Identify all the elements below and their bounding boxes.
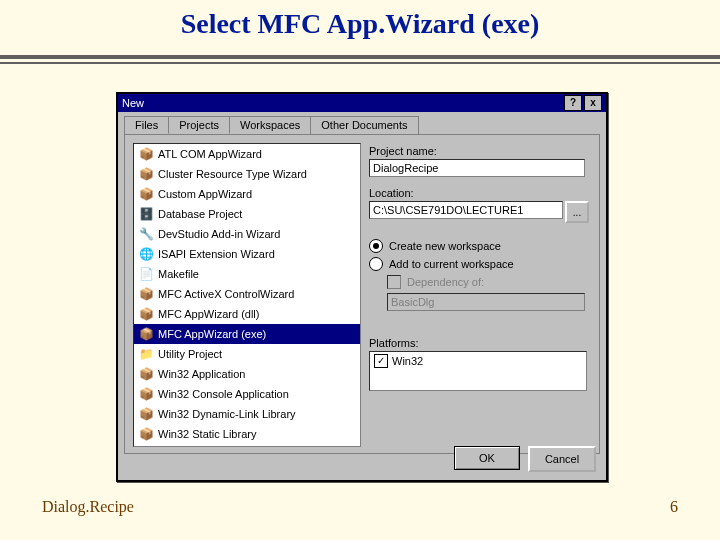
project-type-item[interactable]: 🗄️Database Project: [134, 204, 360, 224]
checkbox-checked-icon: ✓: [374, 354, 388, 368]
project-type-icon: 🌐: [138, 246, 154, 262]
project-type-item[interactable]: 🔧DevStudio Add-in Wizard: [134, 224, 360, 244]
project-type-icon: 📁: [138, 346, 154, 362]
platforms-label: Platforms:: [369, 337, 591, 349]
close-button[interactable]: x: [584, 95, 602, 111]
project-type-icon: 📦: [138, 286, 154, 302]
tab-panel: 📦ATL COM AppWizard📦Cluster Resource Type…: [124, 134, 600, 454]
radio-add-to-label: Add to current workspace: [389, 258, 514, 270]
cancel-button[interactable]: Cancel: [528, 446, 596, 472]
divider-thick: [0, 55, 720, 59]
radio-dot-icon: [369, 239, 383, 253]
project-type-label: MFC AppWizard (exe): [158, 328, 266, 340]
new-dialog: New ? x Files Projects Workspaces Other …: [116, 92, 608, 482]
project-type-label: Win32 Console Application: [158, 388, 289, 400]
project-type-label: ISAPI Extension Wizard: [158, 248, 275, 260]
project-type-item[interactable]: 📦MFC AppWizard (dll): [134, 304, 360, 324]
dialog-title-text: New: [122, 97, 144, 109]
project-type-icon: 📦: [138, 366, 154, 382]
project-type-item[interactable]: 📦Custom AppWizard: [134, 184, 360, 204]
project-type-icon: 📦: [138, 146, 154, 162]
slide-title: Select MFC App.Wizard (exe): [0, 0, 720, 40]
project-type-list[interactable]: 📦ATL COM AppWizard📦Cluster Resource Type…: [133, 143, 361, 447]
tab-files[interactable]: Files: [124, 116, 169, 134]
project-name-label: Project name:: [369, 145, 591, 157]
checkbox-dependency: Dependency of:: [387, 273, 591, 291]
page-number: 6: [670, 498, 678, 516]
radio-create-new-workspace[interactable]: Create new workspace: [369, 237, 591, 255]
radio-create-new-label: Create new workspace: [389, 240, 501, 252]
project-type-item[interactable]: 🌐ISAPI Extension Wizard: [134, 244, 360, 264]
radio-add-to-workspace[interactable]: Add to current workspace: [369, 255, 591, 273]
platform-label: Win32: [392, 355, 423, 367]
platform-item[interactable]: ✓ Win32: [370, 352, 586, 370]
project-type-icon: 📦: [138, 186, 154, 202]
project-type-label: Custom AppWizard: [158, 188, 252, 200]
platforms-list[interactable]: ✓ Win32: [369, 351, 587, 391]
project-type-icon: 📦: [138, 306, 154, 322]
divider-thin: [0, 62, 720, 64]
ok-button[interactable]: OK: [454, 446, 520, 470]
tab-workspaces[interactable]: Workspaces: [229, 116, 311, 134]
project-type-icon: 📦: [138, 166, 154, 182]
project-type-item[interactable]: 📁Utility Project: [134, 344, 360, 364]
project-type-icon: 🔧: [138, 226, 154, 242]
project-type-icon: 📄: [138, 266, 154, 282]
project-type-icon: 📦: [138, 326, 154, 342]
project-type-label: Win32 Application: [158, 368, 245, 380]
browse-button[interactable]: ...: [565, 201, 589, 223]
project-type-item[interactable]: 📦Win32 Application: [134, 364, 360, 384]
dialog-titlebar: New ? x: [118, 94, 606, 112]
project-type-item[interactable]: 📄Makefile: [134, 264, 360, 284]
checkbox-box-icon: [387, 275, 401, 289]
project-type-item[interactable]: 📦ATL COM AppWizard: [134, 144, 360, 164]
help-button[interactable]: ?: [564, 95, 582, 111]
project-name-input[interactable]: [369, 159, 585, 177]
tab-bar: Files Projects Workspaces Other Document…: [124, 116, 600, 134]
project-type-label: Makefile: [158, 268, 199, 280]
project-type-label: Win32 Static Library: [158, 428, 256, 440]
dependency-select: [387, 293, 585, 311]
location-input[interactable]: [369, 201, 563, 219]
dependency-label: Dependency of:: [407, 276, 484, 288]
project-type-label: Win32 Dynamic-Link Library: [158, 408, 296, 420]
project-type-item[interactable]: 📦Win32 Static Library: [134, 424, 360, 444]
project-type-label: ATL COM AppWizard: [158, 148, 262, 160]
project-type-icon: 📦: [138, 426, 154, 442]
slide-footnote: Dialog.Recipe: [42, 498, 134, 516]
project-type-label: MFC AppWizard (dll): [158, 308, 259, 320]
project-type-item[interactable]: 📦Win32 Dynamic-Link Library: [134, 404, 360, 424]
project-type-label: Cluster Resource Type Wizard: [158, 168, 307, 180]
project-type-item[interactable]: 📦Cluster Resource Type Wizard: [134, 164, 360, 184]
radio-dot-icon: [369, 257, 383, 271]
project-type-icon: 🗄️: [138, 206, 154, 222]
project-type-icon: 📦: [138, 386, 154, 402]
project-type-item[interactable]: 📦Win32 Console Application: [134, 384, 360, 404]
location-label: Location:: [369, 187, 591, 199]
project-type-icon: 📦: [138, 406, 154, 422]
project-type-label: MFC ActiveX ControlWizard: [158, 288, 294, 300]
project-type-item[interactable]: 📦MFC ActiveX ControlWizard: [134, 284, 360, 304]
project-type-label: DevStudio Add-in Wizard: [158, 228, 280, 240]
project-type-item[interactable]: 📦MFC AppWizard (exe): [134, 324, 360, 344]
project-type-label: Database Project: [158, 208, 242, 220]
project-type-label: Utility Project: [158, 348, 222, 360]
tab-other-documents[interactable]: Other Documents: [310, 116, 418, 134]
tab-projects[interactable]: Projects: [168, 116, 230, 134]
